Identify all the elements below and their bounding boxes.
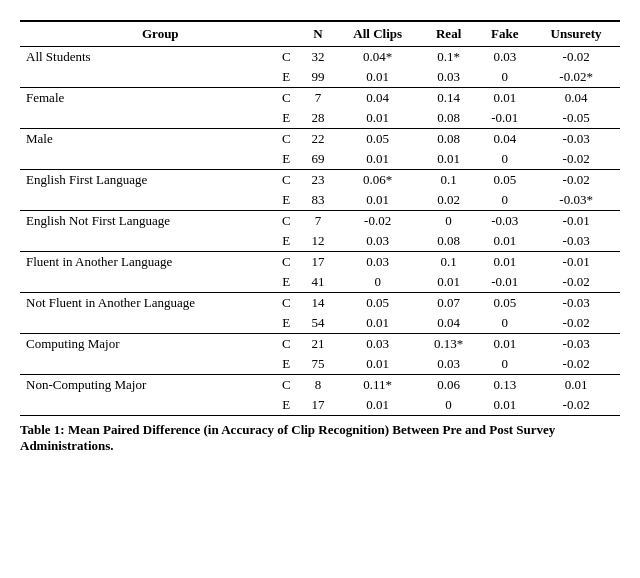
row-n: 83 — [301, 190, 336, 211]
row-unsurety: -0.03 — [532, 334, 620, 355]
row-n: 54 — [301, 313, 336, 334]
row-all-clips: 0.03 — [335, 334, 420, 355]
row-type: C — [272, 252, 301, 273]
row-n: 41 — [301, 272, 336, 293]
group-name: Male — [20, 129, 272, 170]
row-real: 0.08 — [420, 129, 477, 150]
row-fake: 0.01 — [477, 395, 532, 416]
row-real: 0.1 — [420, 252, 477, 273]
fake-header: Fake — [477, 21, 532, 47]
row-unsurety: -0.01 — [532, 252, 620, 273]
data-table: Group N All Clips Real Fake Unsurety All… — [20, 20, 620, 416]
row-unsurety: 0.04 — [532, 88, 620, 109]
all-clips-header: All Clips — [335, 21, 420, 47]
row-type: E — [272, 231, 301, 252]
row-unsurety: -0.03 — [532, 129, 620, 150]
row-real: 0.1 — [420, 170, 477, 191]
row-fake: 0.01 — [477, 231, 532, 252]
row-n: 21 — [301, 334, 336, 355]
row-all-clips: 0.06* — [335, 170, 420, 191]
row-all-clips: 0.03 — [335, 231, 420, 252]
group-name: Non-Computing Major — [20, 375, 272, 416]
row-real: 0.01 — [420, 149, 477, 170]
unsurety-header: Unsurety — [532, 21, 620, 47]
row-unsurety: -0.02 — [532, 395, 620, 416]
group-name: Fluent in Another Language — [20, 252, 272, 293]
row-unsurety: -0.02 — [532, 170, 620, 191]
row-real: 0.08 — [420, 108, 477, 129]
row-fake: 0.01 — [477, 252, 532, 273]
row-type: C — [272, 375, 301, 396]
row-real: 0.14 — [420, 88, 477, 109]
row-unsurety: -0.03 — [532, 293, 620, 314]
row-unsurety: 0.01 — [532, 375, 620, 396]
row-fake: 0.04 — [477, 129, 532, 150]
row-unsurety: -0.03 — [532, 231, 620, 252]
row-all-clips: 0.01 — [335, 108, 420, 129]
row-type: C — [272, 170, 301, 191]
row-n: 17 — [301, 395, 336, 416]
row-real: 0.04 — [420, 313, 477, 334]
row-fake: 0.13 — [477, 375, 532, 396]
row-real: 0.07 — [420, 293, 477, 314]
row-type: E — [272, 272, 301, 293]
row-type: E — [272, 395, 301, 416]
row-unsurety: -0.05 — [532, 108, 620, 129]
row-type: C — [272, 129, 301, 150]
row-real: 0.1* — [420, 47, 477, 68]
row-fake: 0 — [477, 190, 532, 211]
table-caption: Table 1: Mean Paired Difference (in Accu… — [20, 422, 620, 454]
row-n: 17 — [301, 252, 336, 273]
row-real: 0.03 — [420, 67, 477, 88]
row-real: 0.03 — [420, 354, 477, 375]
row-n: 23 — [301, 170, 336, 191]
table-container: Group N All Clips Real Fake Unsurety All… — [20, 20, 620, 454]
row-real: 0.08 — [420, 231, 477, 252]
row-fake: 0 — [477, 149, 532, 170]
row-unsurety: -0.03* — [532, 190, 620, 211]
row-all-clips: 0.01 — [335, 190, 420, 211]
row-fake: -0.03 — [477, 211, 532, 232]
row-type: C — [272, 334, 301, 355]
row-unsurety: -0.02 — [532, 149, 620, 170]
row-fake: 0.01 — [477, 88, 532, 109]
row-type: C — [272, 88, 301, 109]
row-all-clips: 0 — [335, 272, 420, 293]
row-unsurety: -0.01 — [532, 211, 620, 232]
row-real: 0.06 — [420, 375, 477, 396]
row-fake: 0.05 — [477, 293, 532, 314]
row-real: 0.02 — [420, 190, 477, 211]
row-n: 75 — [301, 354, 336, 375]
row-n: 99 — [301, 67, 336, 88]
row-unsurety: -0.02 — [532, 47, 620, 68]
row-all-clips: 0.04 — [335, 88, 420, 109]
row-all-clips: 0.04* — [335, 47, 420, 68]
row-all-clips: 0.05 — [335, 129, 420, 150]
row-real: 0.01 — [420, 272, 477, 293]
row-n: 14 — [301, 293, 336, 314]
row-type: C — [272, 293, 301, 314]
row-fake: -0.01 — [477, 108, 532, 129]
row-all-clips: 0.01 — [335, 354, 420, 375]
row-n: 22 — [301, 129, 336, 150]
n-header: N — [301, 21, 336, 47]
row-n: 12 — [301, 231, 336, 252]
row-type: E — [272, 190, 301, 211]
row-real: 0 — [420, 395, 477, 416]
row-real: 0 — [420, 211, 477, 232]
row-n: 32 — [301, 47, 336, 68]
row-unsurety: -0.02 — [532, 272, 620, 293]
row-all-clips: -0.02 — [335, 211, 420, 232]
row-type: E — [272, 108, 301, 129]
row-all-clips: 0.01 — [335, 149, 420, 170]
group-name: Female — [20, 88, 272, 129]
real-header: Real — [420, 21, 477, 47]
row-n: 7 — [301, 211, 336, 232]
row-type: E — [272, 354, 301, 375]
group-name: All Students — [20, 47, 272, 88]
caption-bold-text: Table 1: Mean Paired Difference (in Accu… — [20, 422, 555, 453]
row-fake: 0 — [477, 67, 532, 88]
row-all-clips: 0.05 — [335, 293, 420, 314]
row-type: C — [272, 211, 301, 232]
row-n: 8 — [301, 375, 336, 396]
